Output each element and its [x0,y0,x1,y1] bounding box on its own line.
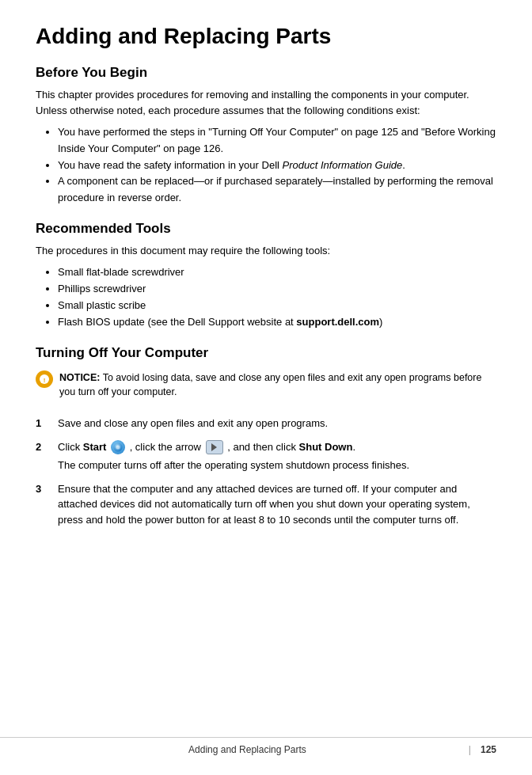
list-item: Phillips screwdriver [58,281,496,298]
step-number: 2 [36,439,58,455]
notice-body: To avoid losing data, save and close any… [59,372,481,398]
step-note: The computer turns off after the operati… [58,458,496,473]
list-item: You have performed the steps in "Turning… [58,124,496,158]
tools-intro: The procedures in this document may requ… [36,243,496,259]
notice-box: ! NOTICE: To avoid losing data, save and… [36,370,496,407]
footer-chapter: Adding and Replacing Parts [36,744,459,755]
arrow-icon [206,440,223,454]
before-begin-intro: This chapter provides procedures for rem… [36,87,496,118]
list-item: Small plastic scribe [58,298,496,314]
step-1: 1 Save and close any open files and exit… [36,416,496,431]
list-item: You have read the safety information in … [58,158,496,174]
notice-label: NOTICE: [59,372,100,383]
footer-divider: | [469,744,471,755]
step-2: 2 Click Start , click the arrow [36,439,496,473]
tools-list: Small flat-blade screwdriver Phillips sc… [58,264,496,330]
steps-list: 1 Save and close any open files and exit… [36,416,496,527]
before-begin-list: You have performed the steps in "Turning… [58,124,496,207]
list-item: Small flat-blade screwdriver [58,264,496,281]
list-item: Flash BIOS update (see the Dell Support … [58,314,496,331]
step-content: Ensure that the computer and any attache… [58,481,496,528]
list-item: A component can be replaced—or if purcha… [58,173,496,207]
svg-point-3 [116,446,120,450]
turning-off-heading: Turning Off Your Computer [36,345,496,361]
start-label: Start [83,441,107,453]
footer-page: 125 [481,744,496,755]
notice-text: NOTICE: To avoid losing data, save and c… [59,370,496,401]
start-icon [111,440,125,454]
shutdown-label: Shut Down [299,441,353,453]
before-you-begin-heading: Before You Begin [36,65,496,81]
step-content: Save and close any open files and exit a… [58,416,496,431]
notice-icon: ! [36,370,53,388]
footer: Adding and Replacing Parts | 125 [0,737,532,755]
page-title: Adding and Replacing Parts [36,24,496,49]
svg-text:!: ! [44,376,46,383]
arrow-shape [211,443,217,451]
step-number: 1 [36,416,58,431]
step-content: Click Start , click the arrow , a [58,439,496,473]
step-number: 3 [36,481,58,497]
step-3: 3 Ensure that the computer and any attac… [36,481,496,528]
recommended-tools-heading: Recommended Tools [36,221,496,237]
